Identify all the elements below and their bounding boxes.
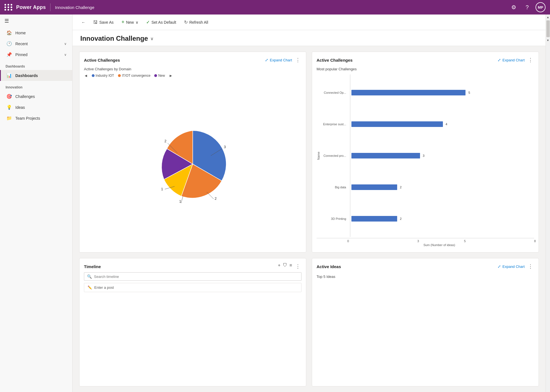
nav-divider (50, 3, 50, 11)
set-as-default-label: Set As Default (151, 20, 176, 25)
app-launcher[interactable] (4, 4, 13, 11)
active-ideas-card: Active Ideas ⤢ Expand Chart ⋮ Top 5 Idea… (312, 258, 539, 386)
legend-next-icon[interactable]: ► (169, 73, 173, 78)
pie-chart-svg: 2 3 1 1 (151, 125, 235, 203)
bar-chart-bars: 5 4 3 2 (350, 74, 534, 237)
active-ideas-more-button[interactable]: ⋮ (527, 263, 534, 270)
x-axis-ticks: 0 3 5 8 (317, 238, 534, 243)
legend-label-new: New (158, 74, 165, 78)
timeline-post-area[interactable]: ✏️ Enter a post (84, 283, 301, 292)
sidebar-item-team-projects[interactable]: 📁 Team Projects (0, 113, 72, 124)
save-as-button[interactable]: 🖫 Save As (90, 18, 117, 27)
bar-row-2: 4 (351, 121, 534, 127)
active-ideas-title: Active Ideas (317, 264, 498, 269)
timeline-filter-icon[interactable]: ⛉ (283, 263, 287, 270)
card1-expand-label: Expand Chart (270, 58, 292, 62)
bar-3dprinting (351, 216, 397, 222)
save-as-label: Save As (99, 20, 114, 25)
legend-item-industry-iot: Industry IOT (92, 74, 114, 78)
recent-icon: 🕐 (6, 41, 12, 46)
expand2-icon: ⤢ (498, 58, 501, 62)
new-label: New (126, 20, 134, 25)
card1-header: Active Challenges ⤢ Expand Chart ⋮ (84, 56, 301, 64)
sidebar-dashboards-label: Dashboards (15, 73, 67, 78)
card2-title: Active Challenges (317, 58, 498, 62)
timeline-search-input[interactable] (94, 275, 298, 279)
timeline-actions: + ⛉ ≡ ⋮ (278, 263, 301, 270)
card2-more-button[interactable]: ⋮ (527, 56, 534, 64)
timeline-title: Timeline (84, 264, 278, 269)
bar-row-4: 2 (351, 184, 534, 190)
timeline-add-button[interactable]: + (278, 263, 280, 270)
card2-header: Active Challenges ⤢ Expand Chart ⋮ (317, 56, 534, 64)
sidebar-challenges-label: Challenges (15, 94, 67, 99)
card1-title: Active Challenges (84, 58, 265, 62)
dashboard-grid: Active Challenges ⤢ Expand Chart ⋮ Activ… (73, 46, 546, 392)
active-ideas-subtitle: Top 5 Ideas (317, 275, 534, 279)
refresh-icon: ↻ (184, 20, 188, 25)
bar-row-3: 3 (351, 153, 534, 158)
expand-icon: ⤢ (265, 58, 268, 62)
page-title-bar: Innovation Challenge ∨ (73, 30, 546, 46)
svg-text:1: 1 (179, 199, 181, 203)
expand3-icon: ⤢ (498, 264, 501, 269)
menu-button[interactable]: ☰ (0, 15, 72, 27)
bar-chart-y-labels: Connected Op... Enterprise sust... Conne… (323, 74, 348, 237)
x-tick-3: 3 (349, 239, 419, 243)
toolbar: ← 🖫 Save As + New ∨ ✓ Set As Default ↻ R… (73, 15, 546, 30)
sidebar-item-ideas[interactable]: 💡 Ideas (0, 102, 72, 113)
active-challenges-bar-card: Active Challenges ⤢ Expand Chart ⋮ Most … (312, 52, 539, 252)
card2-expand-label: Expand Chart (503, 58, 525, 62)
sidebar-home-label: Home (15, 31, 67, 35)
help-icon[interactable]: ? (522, 2, 532, 12)
card2-expand-button[interactable]: ⤢ Expand Chart (498, 58, 525, 62)
active-ideas-expand-label: Expand Chart (503, 264, 525, 269)
active-ideas-expand-button[interactable]: ⤢ Expand Chart (498, 264, 525, 269)
brand-name: Power Apps (16, 4, 46, 10)
scroll-thumb[interactable] (546, 20, 550, 37)
bar-chart-y-axis-label: Name (317, 74, 320, 237)
legend-label-industry-iot: Industry IOT (96, 74, 114, 78)
sidebar-item-challenges[interactable]: 🎯 Challenges (0, 91, 72, 102)
card2-subtitle: Most popular Challenges (317, 67, 534, 71)
page-title-chevron-icon[interactable]: ∨ (150, 36, 154, 41)
sidebar-item-home[interactable]: 🏠 Home (0, 27, 72, 38)
bar-label-connected-pro: Connected pro... (324, 154, 346, 157)
bar-enterprise (351, 121, 443, 127)
svg-text:3: 3 (224, 145, 226, 149)
scroll-down-button[interactable]: ▼ (546, 38, 550, 43)
sidebar-team-projects-label: Team Projects (15, 116, 67, 121)
svg-text:1: 1 (161, 187, 163, 191)
new-button[interactable]: + New ∨ (118, 18, 142, 27)
bar-connected-op (351, 90, 465, 95)
refresh-all-button[interactable]: ↻ Refresh All (181, 18, 212, 27)
bar-value-enterprise: 4 (445, 122, 447, 126)
sidebar-item-pinned[interactable]: 📌 Pinned ∨ (0, 49, 72, 60)
sidebar-item-dashboards[interactable]: 📊 Dashboards (0, 70, 72, 81)
x-tick-8: 8 (466, 239, 536, 243)
back-button[interactable]: ← (78, 18, 89, 26)
settings-icon[interactable]: ⚙ (509, 2, 519, 12)
legend-prev-icon[interactable]: ◄ (84, 73, 88, 78)
bar-value-3dprinting: 2 (399, 217, 402, 220)
card1-more-button[interactable]: ⋮ (294, 56, 301, 64)
top-nav: Power Apps Innovation Challenge ⚙ ? MP (0, 0, 550, 15)
challenges-icon: 🎯 (6, 94, 12, 99)
bar-label-bigdata: Big data (335, 186, 346, 189)
new-dropdown-icon: ∨ (136, 20, 138, 25)
avatar[interactable]: MP (535, 2, 546, 12)
timeline-sort-icon[interactable]: ≡ (290, 263, 292, 270)
timeline-more-button[interactable]: ⋮ (294, 263, 301, 270)
sidebar-item-recent[interactable]: 🕐 Recent ∨ (0, 38, 72, 49)
pie-chart-container: 2 3 1 1 (84, 80, 301, 248)
bar-row-5: 2 (351, 216, 534, 222)
pie-legend: ◄ Industry IOT IT/OT convergence New ► (84, 73, 301, 78)
active-ideas-header: Active Ideas ⤢ Expand Chart ⋮ (317, 263, 534, 270)
set-as-default-button[interactable]: ✓ Set As Default (143, 18, 180, 27)
scroll-up-button[interactable]: ▲ (546, 15, 550, 20)
card1-expand-button[interactable]: ⤢ Expand Chart (265, 58, 292, 62)
refresh-all-label: Refresh All (189, 20, 208, 25)
card1-subtitle: Active Challenges by Domain (84, 67, 301, 71)
bar-label-enterprise: Enterprise sust... (323, 122, 346, 126)
bar-chart-container: Name Connected Op... Enterprise sust... … (317, 73, 534, 248)
